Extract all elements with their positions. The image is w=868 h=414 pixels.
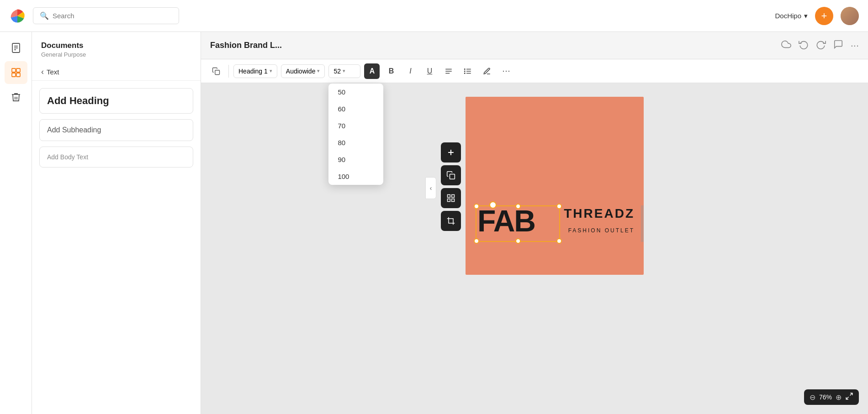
italic-btn[interactable]: I: [402, 63, 418, 79]
svg-point-16: [465, 68, 466, 69]
font-size-option-50[interactable]: 50: [328, 84, 383, 100]
redo-icon[interactable]: [816, 39, 826, 52]
heading-dropdown-icon: ▾: [270, 68, 272, 74]
threadz-text[interactable]: THREADZ: [564, 206, 635, 221]
handle-bottom-mid[interactable]: [515, 238, 521, 244]
svg-rect-25: [452, 199, 455, 202]
list-btn[interactable]: [460, 63, 476, 79]
svg-rect-23: [452, 195, 455, 198]
svg-rect-24: [448, 199, 450, 202]
svg-rect-9: [215, 70, 220, 74]
breadcrumb-label: Text: [47, 68, 59, 76]
undo-icon[interactable]: [799, 39, 809, 52]
bold-btn[interactable]: B: [383, 63, 399, 79]
add-button[interactable]: +: [815, 7, 833, 25]
font-size-option-60[interactable]: 60: [328, 100, 383, 117]
font-size-dropdown: Font Size 50 60 70 80 90 100: [328, 84, 383, 185]
zoom-expand-btn[interactable]: [845, 392, 853, 402]
add-tool-btn[interactable]: [441, 142, 461, 162]
grid-tool-btn[interactable]: [441, 188, 461, 208]
panel-header: Documents General Purpose: [32, 32, 201, 62]
font-size-wrapper: 52 ▾ Font Size 50 60 70 80 90 100: [328, 64, 360, 78]
align-btn[interactable]: [441, 63, 456, 79]
chevron-down-icon: ▾: [804, 12, 808, 20]
divider-1: [228, 65, 229, 78]
rotate-handle[interactable]: [489, 201, 497, 209]
logo: [9, 8, 26, 24]
svg-point-18: [465, 73, 466, 73]
canvas-tools: [441, 142, 461, 231]
panel-content: Add Heading Add Subheading Add Body Text: [32, 81, 201, 175]
panel-title: Documents: [41, 41, 191, 50]
font-size-dropdown-icon: ▾: [343, 68, 345, 74]
doc-actions: ···: [781, 39, 859, 52]
sidebar-item-templates[interactable]: [5, 61, 27, 84]
more-options-icon[interactable]: ···: [851, 40, 859, 52]
canvas-area[interactable]: ‹: [201, 83, 868, 414]
cloud-icon[interactable]: [781, 39, 791, 52]
highlight-btn[interactable]: [479, 63, 495, 79]
panel-sidebar: Documents General Purpose ‹ Text Add Hea…: [32, 32, 201, 414]
font-select-label: Audiowide: [286, 68, 316, 75]
doc-title: Fashion Brand L...: [210, 41, 282, 50]
text-color-btn[interactable]: A: [364, 63, 380, 79]
outlet-text[interactable]: FASHION OUTLET: [568, 227, 635, 234]
svg-point-17: [465, 71, 466, 72]
comment-icon[interactable]: [833, 39, 843, 52]
svg-rect-5: [12, 68, 16, 72]
panel-breadcrumb: ‹ Text: [32, 62, 201, 81]
svg-rect-21: [450, 174, 455, 179]
handle-bottom-left[interactable]: [474, 238, 479, 244]
toolbar: Heading 1 ▾ Audiowide ▾ 52 ▾ Font Size 5…: [201, 59, 868, 83]
sidebar-item-trash[interactable]: [5, 86, 27, 109]
search-bar[interactable]: 🔍: [33, 7, 179, 24]
font-size-option-70[interactable]: 70: [328, 117, 383, 134]
search-icon: 🔍: [40, 11, 49, 20]
avatar[interactable]: [841, 7, 859, 25]
handle-top-right[interactable]: [556, 204, 562, 209]
add-heading-item[interactable]: Add Heading: [39, 88, 193, 114]
more-toolbar-icon: ···: [502, 66, 510, 76]
font-size-select[interactable]: 52 ▾: [328, 64, 360, 78]
font-size-option-100[interactable]: 100: [328, 168, 383, 185]
add-body-text-item[interactable]: Add Body Text: [39, 147, 193, 168]
crop-tool-btn[interactable]: [441, 211, 461, 231]
bold-label: B: [389, 67, 394, 75]
svg-line-26: [850, 393, 852, 395]
zoom-in-btn[interactable]: ⊕: [836, 393, 842, 402]
svg-rect-7: [12, 73, 16, 77]
font-select[interactable]: Audiowide ▾: [281, 64, 325, 78]
underline-btn[interactable]: U: [422, 63, 437, 79]
search-input[interactable]: [53, 12, 172, 20]
panel-subtitle: General Purpose: [41, 51, 191, 58]
underline-label: U: [427, 67, 433, 75]
font-size-value: 52: [333, 68, 341, 75]
plus-icon: +: [821, 10, 827, 22]
svg-rect-6: [16, 68, 20, 72]
panel-collapse-button[interactable]: ‹: [425, 177, 436, 199]
resize-indicator: [641, 205, 644, 242]
heading-select[interactable]: Heading 1 ▾: [233, 64, 277, 78]
svg-rect-8: [16, 73, 20, 77]
dochipo-button[interactable]: DocHipo ▾: [775, 12, 808, 20]
sidebar-item-document[interactable]: [5, 37, 27, 59]
fab-text[interactable]: FAB: [477, 206, 535, 236]
brand-card[interactable]: FAB THREADZ FASHION OUTLET: [466, 97, 644, 275]
more-toolbar-btn[interactable]: ···: [498, 63, 514, 79]
font-size-option-80[interactable]: 80: [328, 134, 383, 151]
top-nav: 🔍 DocHipo ▾ +: [0, 0, 868, 32]
nav-right: DocHipo ▾ +: [775, 7, 859, 25]
zoom-out-btn[interactable]: ⊖: [810, 393, 815, 402]
font-dropdown-icon: ▾: [317, 68, 320, 74]
zoom-controls: ⊖ 76% ⊕: [804, 389, 859, 405]
font-size-option-90[interactable]: 90: [328, 151, 383, 168]
back-arrow-icon[interactable]: ‹: [41, 67, 44, 77]
svg-line-27: [846, 397, 848, 399]
italic-label: I: [409, 67, 411, 75]
doc-header: Fashion Brand L...: [201, 32, 868, 59]
copy-icon-btn[interactable]: [208, 63, 224, 79]
heading-select-label: Heading 1: [238, 68, 268, 75]
duplicate-tool-btn[interactable]: [441, 165, 461, 185]
handle-bottom-right[interactable]: [556, 238, 562, 244]
add-subheading-item[interactable]: Add Subheading: [39, 119, 193, 141]
